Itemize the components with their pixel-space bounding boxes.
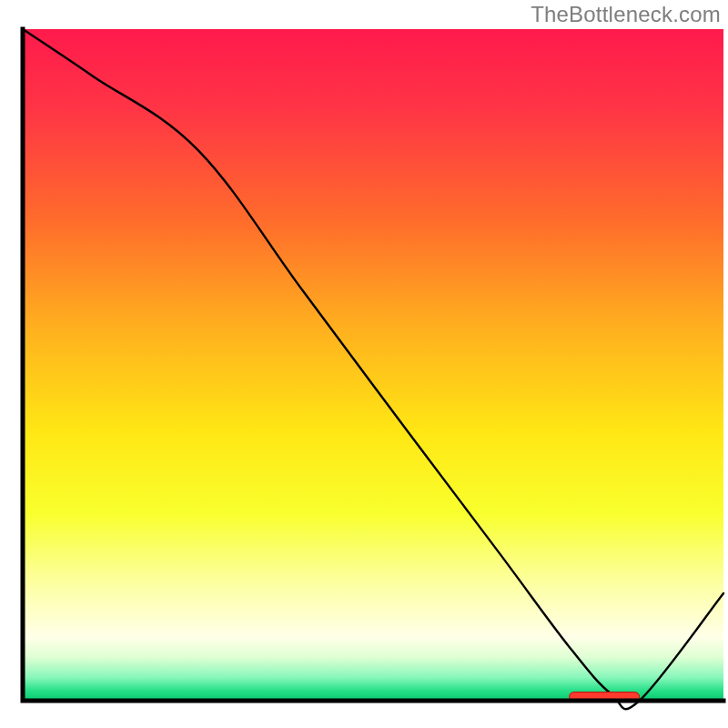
chart-canvas [0, 0, 728, 728]
plot-background [23, 29, 723, 701]
